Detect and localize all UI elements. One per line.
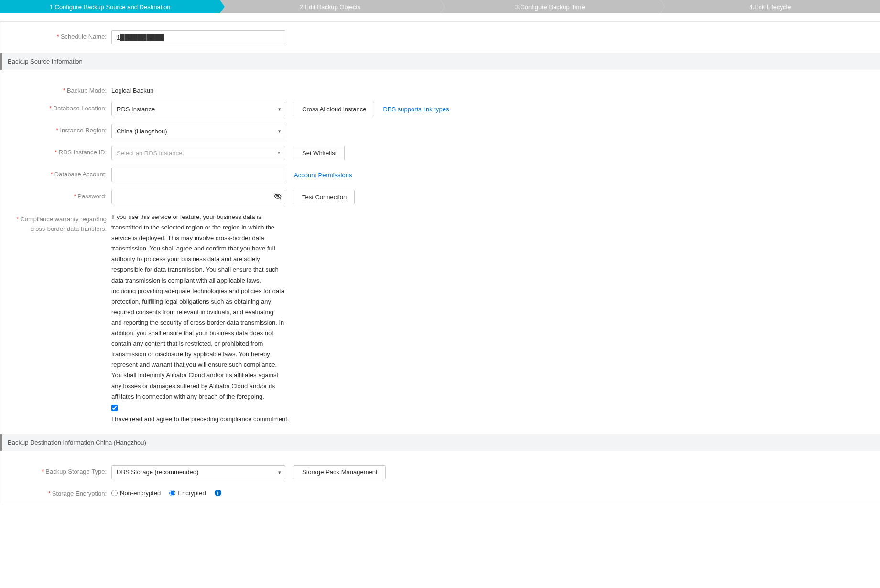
schedule-name-row: *Schedule Name: bbox=[0, 22, 880, 53]
backup-mode-label: *Backup Mode: bbox=[0, 84, 111, 94]
storage-type-label: *Backup Storage Type: bbox=[0, 465, 111, 475]
password-label: *Password: bbox=[0, 190, 111, 200]
select-value: RDS Instance bbox=[117, 106, 155, 113]
select-placeholder: Select an RDS instance. bbox=[117, 150, 184, 157]
encryption-none-radio[interactable] bbox=[111, 490, 118, 496]
dbs-link-types-link[interactable]: DBS supports link types bbox=[383, 106, 449, 113]
db-location-select[interactable]: RDS Instance ▾ bbox=[111, 102, 285, 116]
storage-encryption-label: *Storage Encryption: bbox=[0, 487, 111, 497]
compliance-label: *Compliance warranty regarding cross-bor… bbox=[0, 212, 111, 233]
source-section-header: Backup Source Information bbox=[0, 53, 880, 70]
password-input[interactable] bbox=[111, 190, 285, 204]
schedule-name-label: *Schedule Name: bbox=[0, 30, 111, 40]
select-value: DBS Storage (recommended) bbox=[117, 468, 198, 476]
radio-label-text: Non-encrypted bbox=[120, 490, 161, 497]
compliance-agree-checkbox[interactable] bbox=[111, 405, 118, 411]
rds-instance-id-select[interactable]: Select an RDS instance. ▼ bbox=[111, 146, 285, 160]
storage-encryption-row: *Storage Encryption: Non-encrypted Encry… bbox=[0, 483, 880, 501]
step-4[interactable]: 4.Edit Lifecycle bbox=[660, 0, 880, 13]
step-1[interactable]: 1.Configure Backup Source and Destinatio… bbox=[0, 0, 220, 13]
step-label: 2.Edit Backup Objects bbox=[299, 3, 360, 11]
storage-type-row: *Backup Storage Type: DBS Storage (recom… bbox=[0, 461, 880, 483]
rds-instance-id-label: *RDS Instance ID: bbox=[0, 146, 111, 156]
set-whitelist-button[interactable]: Set Whitelist bbox=[294, 146, 345, 160]
db-account-label: *Database Account: bbox=[0, 168, 111, 178]
cross-alicloud-button[interactable]: Cross Alicloud instance bbox=[294, 102, 374, 116]
step-label: 3.Configure Backup Time bbox=[515, 3, 585, 11]
backup-mode-value: Logical Backup bbox=[111, 84, 153, 94]
chevron-down-icon: ▾ bbox=[278, 128, 281, 134]
encryption-yes-radio[interactable] bbox=[169, 490, 175, 496]
compliance-text: If you use this service or feature, your… bbox=[111, 212, 285, 402]
instance-region-select[interactable]: China (Hangzhou) ▾ bbox=[111, 124, 285, 138]
account-permissions-link[interactable]: Account Permissions bbox=[294, 172, 352, 179]
chevron-down-icon: ▾ bbox=[278, 106, 281, 112]
step-3[interactable]: 3.Configure Backup Time bbox=[440, 0, 660, 13]
compliance-agree-label: I have read and agree to the preceding c… bbox=[111, 415, 289, 423]
db-account-input[interactable] bbox=[111, 168, 285, 182]
storage-pack-mgmt-button[interactable]: Storage Pack Management bbox=[294, 465, 386, 479]
storage-type-select[interactable]: DBS Storage (recommended) ▾ bbox=[111, 465, 285, 479]
db-account-row: *Database Account: Account Permissions bbox=[0, 164, 880, 186]
instance-region-label: *Instance Region: bbox=[0, 124, 111, 134]
encryption-yes-option[interactable]: Encrypted bbox=[169, 490, 206, 497]
step-label: 4.Edit Lifecycle bbox=[749, 3, 791, 11]
wizard-stepper: 1.Configure Backup Source and Destinatio… bbox=[0, 0, 880, 13]
backup-mode-row: *Backup Mode: Logical Backup bbox=[0, 80, 880, 98]
info-icon[interactable]: i bbox=[215, 490, 221, 496]
rds-instance-id-row: *RDS Instance ID: Select an RDS instance… bbox=[0, 142, 880, 164]
encryption-none-option[interactable]: Non-encrypted bbox=[111, 490, 161, 497]
db-location-row: *Database Location: RDS Instance ▾ Cross… bbox=[0, 98, 880, 120]
db-location-label: *Database Location: bbox=[0, 102, 111, 112]
select-value: China (Hangzhou) bbox=[117, 128, 167, 135]
schedule-name-input[interactable] bbox=[111, 30, 285, 44]
radio-label-text: Encrypted bbox=[178, 490, 206, 497]
form-page: *Schedule Name: Backup Source Informatio… bbox=[0, 21, 880, 503]
destination-section-header: Backup Destination Information China (Ha… bbox=[0, 434, 880, 451]
chevron-down-icon: ▼ bbox=[277, 151, 281, 155]
instance-region-row: *Instance Region: China (Hangzhou) ▾ bbox=[0, 120, 880, 142]
password-row: *Password: Test Connection bbox=[0, 186, 880, 208]
compliance-row: *Compliance warranty regarding cross-bor… bbox=[0, 208, 880, 426]
test-connection-button[interactable]: Test Connection bbox=[294, 190, 355, 204]
eye-hidden-icon[interactable] bbox=[274, 193, 282, 202]
step-2[interactable]: 2.Edit Backup Objects bbox=[220, 0, 440, 13]
step-label: 1.Configure Backup Source and Destinatio… bbox=[50, 3, 171, 11]
chevron-down-icon: ▾ bbox=[278, 469, 281, 475]
